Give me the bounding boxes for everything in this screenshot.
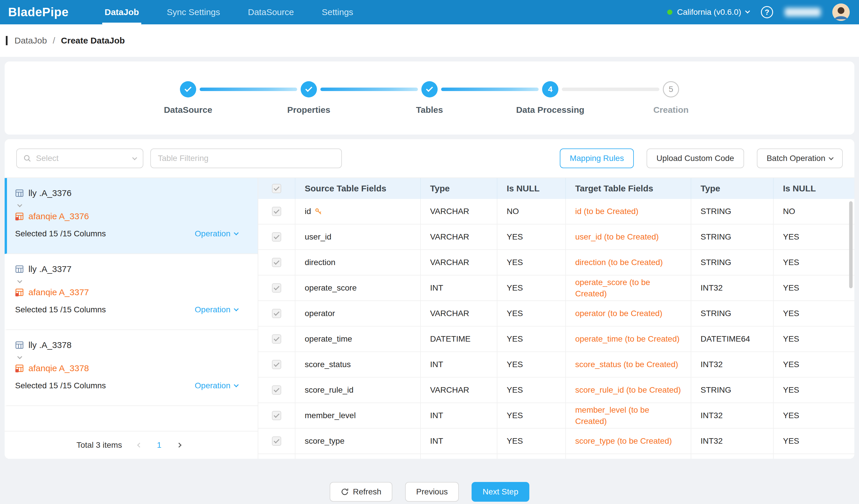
row-checkbox[interactable] [272, 437, 281, 446]
table-select-dropdown[interactable]: Select [16, 148, 144, 168]
nav-item-label: Sync Settings [167, 7, 220, 17]
row-checkbox[interactable] [272, 232, 281, 241]
table-row: operate_score INT YES operate_score (to … [258, 275, 854, 301]
source-field-name: operate_score [305, 283, 357, 293]
step: 5 Creation [611, 81, 731, 115]
map-arrow-down-icon [17, 202, 22, 207]
step: DataSource [128, 81, 248, 115]
batch-operation-button[interactable]: Batch Operation [757, 148, 843, 168]
toolbar: Select Mapping Rules Upload Custom Code … [5, 139, 854, 177]
pagination-total: Total 3 items [76, 441, 122, 450]
row-checkbox[interactable] [272, 334, 281, 344]
refresh-button[interactable]: Refresh [330, 482, 392, 502]
table-mapping-item[interactable]: lly .A_3376 [5, 178, 258, 254]
breadcrumb-accent-bar [6, 36, 7, 45]
fields-table: Source Table Fields Type Is NULL Target … [258, 178, 854, 459]
table-mapping-item[interactable]: lly .A_3377 [5, 254, 258, 330]
row-checkbox[interactable] [272, 207, 281, 216]
source-field-type: DATETIME [421, 327, 497, 351]
step: Tables [369, 81, 490, 115]
step-icon: 5 [663, 81, 679, 97]
breadcrumb-parent[interactable]: DataJob [15, 36, 47, 46]
target-field-null: YES [774, 301, 854, 326]
mapping-rules-button[interactable]: Mapping Rules [560, 148, 634, 168]
target-field-null: YES [774, 403, 854, 428]
pagination-page[interactable]: 1 [152, 438, 166, 452]
operation-link[interactable]: Operation [195, 229, 238, 238]
row-checkbox[interactable] [272, 385, 281, 395]
step-check-icon [184, 85, 192, 92]
target-field-name: direction (to be Created) [575, 257, 663, 268]
source-table-name: lly .A_3376 [28, 188, 71, 198]
nav-item[interactable]: DataJob [91, 0, 153, 25]
target-table-name: afanqie A_3377 [28, 287, 89, 297]
operation-link[interactable]: Operation [195, 305, 238, 314]
row-checkbox[interactable] [272, 411, 281, 420]
table-row: score_status INT YES score_status (to be… [258, 352, 854, 378]
pagination-prev[interactable] [133, 438, 147, 452]
step-label: Tables [416, 105, 443, 115]
target-field-type: INT32 [691, 352, 774, 377]
col-source-type: Type [421, 178, 497, 199]
row-checkbox[interactable] [272, 258, 281, 267]
table-mapping-item[interactable]: lly .A_3378 [5, 330, 258, 406]
brand-logo[interactable]: BladePipe [8, 5, 69, 19]
row-checkbox[interactable] [272, 283, 281, 293]
pagination-next[interactable] [172, 438, 186, 452]
source-field-type: INT [421, 403, 497, 428]
step-check-icon [305, 85, 312, 92]
row-checkbox[interactable] [272, 309, 281, 318]
target-field-type: STRING [691, 378, 774, 403]
previous-button[interactable]: Previous [405, 482, 459, 502]
breadcrumb-current: Create DataJob [61, 36, 125, 46]
table-header-row: Source Table Fields Type Is NULL Target … [258, 178, 854, 199]
next-step-button[interactable]: Next Step [471, 482, 529, 502]
source-field-type: INT [421, 275, 497, 300]
target-field-null: YES [774, 352, 854, 377]
target-field-null: YES [774, 224, 854, 249]
table-filter-input[interactable] [150, 148, 342, 168]
step-icon: 4 [542, 81, 558, 97]
nav-item[interactable]: Settings [308, 0, 367, 25]
col-target-fields: Target Table Fields [566, 178, 691, 199]
table-mapping-items: lly .A_3376 [5, 178, 258, 406]
refresh-label: Refresh [353, 487, 381, 497]
source-field-name: score_status [305, 360, 351, 369]
target-field-null: YES [774, 378, 854, 403]
region-label: California (v0.6.0) [677, 7, 741, 17]
step-label: DataSource [164, 105, 212, 115]
nav-item[interactable]: Sync Settings [153, 0, 234, 25]
username-redacted [785, 8, 821, 17]
source-field-null: YES [497, 352, 566, 377]
chevron-down-icon [132, 155, 137, 160]
source-table-name: lly .A_3378 [28, 340, 71, 350]
avatar[interactable] [832, 3, 850, 21]
scrollbar-thumb[interactable] [849, 201, 853, 288]
help-icon[interactable]: ? [761, 6, 773, 18]
source-field-null: YES [497, 275, 566, 300]
target-field-type: INT32 [691, 429, 774, 454]
region-selector[interactable]: California (v0.6.0) [667, 7, 749, 17]
table-row: direction VARCHAR YES direction (to be C… [258, 250, 854, 275]
source-field-type: VARCHAR [421, 199, 497, 224]
source-field-name: score_rule_id [305, 385, 353, 395]
stepper: DataSource Properties [128, 81, 731, 115]
target-field-type: STRING [691, 224, 774, 249]
step-number: 5 [669, 85, 673, 94]
table-row-partial [258, 454, 854, 459]
select-all-checkbox[interactable] [272, 184, 281, 193]
step-icon [421, 81, 438, 97]
nav-item-label: Settings [322, 7, 353, 17]
operation-link[interactable]: Operation [195, 381, 238, 390]
previous-label: Previous [416, 487, 448, 497]
map-arrow-down-icon [17, 355, 22, 359]
source-field-name: operate_time [305, 334, 352, 344]
operation-label: Operation [195, 229, 230, 238]
selected-columns-text: Selected 15 /15 Columns [15, 381, 106, 390]
step-icon [301, 81, 317, 97]
chevron-down-icon [745, 9, 750, 14]
toolbar-actions: Mapping Rules Upload Custom Code Batch O… [560, 148, 843, 168]
nav-item[interactable]: DataSource [234, 0, 307, 25]
row-checkbox[interactable] [272, 360, 281, 369]
upload-custom-code-button[interactable]: Upload Custom Code [647, 148, 744, 168]
